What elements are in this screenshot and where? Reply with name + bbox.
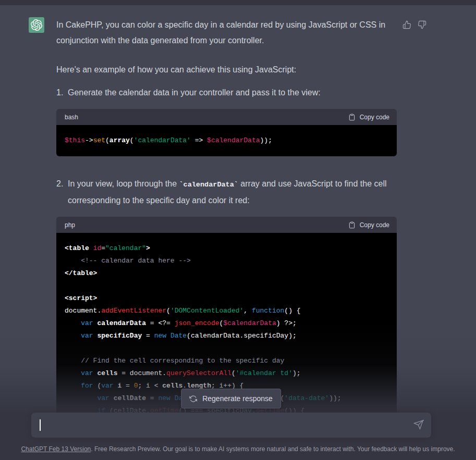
code-block-header: php Copy code — [56, 217, 397, 233]
feedback-buttons — [402, 20, 426, 29]
code-line: document.addEventListener('DOMContentLoa… — [65, 305, 388, 317]
assistant-message-row: In CakePHP, you can color a specific day… — [0, 5, 476, 413]
code-line: var specificDay = new Date(calendarData.… — [65, 330, 388, 342]
footer-version-link[interactable]: ChatGPT Feb 13 Version — [21, 445, 91, 453]
code-line: // Find the cell corresponding to the sp… — [65, 355, 388, 367]
copy-code-label: Copy code — [360, 114, 389, 121]
code-block-bash: bash Copy code $this->set(array('calenda… — [56, 109, 397, 156]
code-line: var calendarData = <?= json_encode($cale… — [65, 317, 388, 330]
regenerate-response-label: Regenerate response — [202, 394, 273, 403]
inline-code: `calendarData` — [179, 181, 238, 189]
clipboard-icon — [348, 114, 356, 121]
paper-plane-icon — [413, 419, 424, 430]
thumbs-down-icon — [418, 20, 426, 29]
code-line: <table id="calendar"> — [65, 242, 388, 255]
list-item-2-text: In your view, loop through the `calendar… — [68, 179, 386, 205]
thumbs-up-icon — [402, 20, 411, 29]
list-item-2: In your view, loop through the `calendar… — [56, 176, 398, 413]
message-paragraph-2: Here's an example of how you can achieve… — [56, 62, 398, 78]
code-line: <script> — [65, 292, 388, 305]
message-paragraph-1: In CakePHP, you can color a specific day… — [56, 17, 398, 48]
code-line — [65, 280, 388, 292]
refresh-icon — [189, 395, 197, 403]
copy-code-label: Copy code — [360, 221, 389, 229]
copy-code-button[interactable]: Copy code — [348, 221, 389, 229]
text-cursor — [40, 419, 41, 431]
openai-logo-icon — [31, 19, 42, 31]
code-line: </table> — [65, 267, 388, 280]
regenerate-response-button[interactable]: Regenerate response — [181, 389, 281, 408]
thumbs-down-button[interactable] — [418, 20, 426, 29]
footer-disclaimer: . Free Research Preview. Our goal is to … — [91, 445, 455, 453]
thumbs-up-button[interactable] — [402, 20, 411, 29]
assistant-avatar — [29, 17, 44, 33]
footer-text: ChatGPT Feb 13 Version. Free Research Pr… — [0, 445, 476, 453]
code-line: <!-- calendar data here --> — [65, 255, 388, 267]
code-language-label: php — [65, 217, 75, 233]
code-content: $this->set(array('calendarData' => $cale… — [56, 125, 397, 156]
code-content: <table id="calendar"> <!-- calendar data… — [56, 233, 397, 413]
code-line: $this->set(array('calendarData' => $cale… — [65, 134, 388, 147]
code-block-php: php Copy code <table id="calendar"> <!--… — [56, 217, 397, 413]
prompt-input[interactable] — [31, 413, 431, 438]
list-item-1: Generate the calendar data in your contr… — [56, 85, 398, 156]
top-strip — [0, 0, 476, 5]
assistant-message-content: In CakePHP, you can color a specific day… — [56, 17, 398, 413]
copy-code-button[interactable]: Copy code — [348, 114, 389, 121]
send-button[interactable] — [412, 419, 425, 431]
list-item-1-text: Generate the calendar data in your contr… — [68, 88, 321, 97]
code-line: var cells = document.querySelectorAll('#… — [65, 367, 388, 380]
code-language-label: bash — [65, 109, 78, 125]
steps-list: Generate the calendar data in your contr… — [56, 85, 398, 413]
code-line — [65, 342, 388, 355]
code-block-header: bash Copy code — [56, 109, 397, 125]
clipboard-icon — [348, 221, 356, 229]
